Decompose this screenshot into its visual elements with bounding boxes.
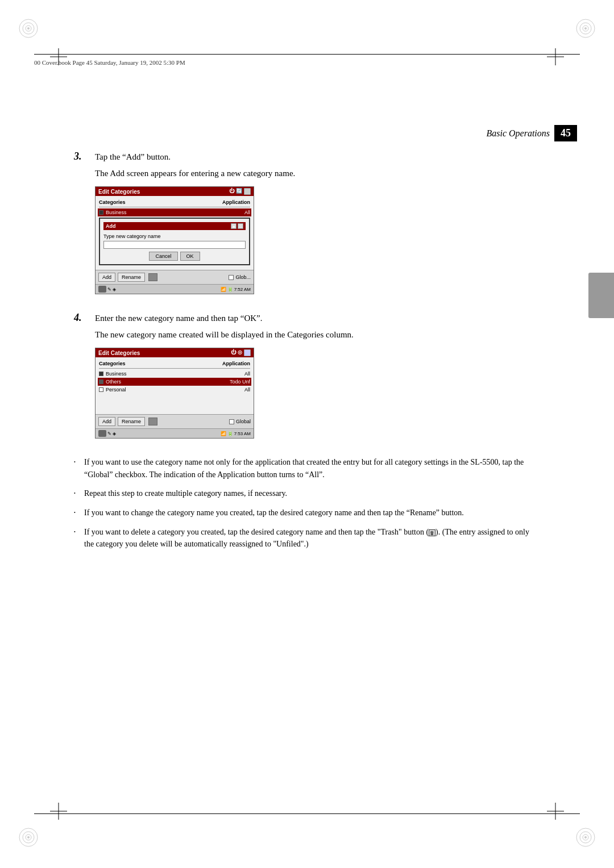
header-bar: 00 Cover.book Page 45 Saturday, January …: [34, 54, 580, 67]
screen2-status-icon3: ◈: [113, 431, 116, 436]
screen1-status-icon3: ◈: [113, 287, 116, 292]
screen1-time: 7:52 AM: [234, 287, 251, 292]
screen2-global-checkbox[interactable]: [229, 419, 234, 424]
top-left-spiral: [17, 17, 40, 42]
screen1-table-header: Categories Application: [99, 199, 250, 207]
screen1-col-application: Application: [222, 199, 250, 205]
screen2-icon3: [244, 349, 251, 356]
top-right-spiral: [574, 17, 597, 42]
screen2-personal-value: All: [244, 387, 250, 393]
screen2-icon1: ⏻: [231, 349, 236, 356]
screen1-icon1: ⏻: [229, 188, 234, 195]
screen2-status-right-icons: 📶 🔋 7:53 AM: [221, 431, 251, 436]
step-4-title: Enter the new category name and then tap…: [95, 312, 262, 325]
screen1-status-right-icons: 📶 🔋 7:52 AM: [221, 287, 251, 292]
screen2-add-button[interactable]: Add: [98, 417, 115, 426]
screen2-others-value: Todo Unf: [230, 379, 250, 385]
screen2-titlebar-icons: ⏻ ◎: [231, 349, 251, 356]
screen1-status-icon2: ✎: [107, 287, 111, 292]
bullet-text-2: Repeat this step to create multiple cate…: [84, 487, 540, 500]
screen1-global-area: Glob...: [229, 274, 251, 280]
bottom-right-spiral: [574, 826, 597, 851]
screen2-row-others-label: Others: [99, 379, 121, 385]
bullet-dot-3: •: [74, 510, 78, 516]
step-4-number: 4.: [74, 312, 88, 324]
screen2-checkbox-others: [99, 379, 103, 384]
screen1-cancel-button[interactable]: Cancel: [149, 252, 177, 261]
screen1-trash-button[interactable]: [148, 273, 157, 281]
section-title: Basic Operations: [486, 128, 550, 139]
screen2-personal-text: Personal: [106, 387, 126, 393]
screen1-dialog-buttons: Cancel OK: [103, 252, 246, 261]
page-number: 45: [554, 125, 577, 141]
screen1-dialog-input[interactable]: [103, 241, 246, 249]
screen2-status-icon1: [98, 430, 106, 437]
bullet-text-3: If you want to change the category name …: [84, 507, 540, 519]
screenshot-1: Edit Categories ⏻ 🔄 Categories Applicati…: [95, 186, 254, 294]
screen1-col-categories: Categories: [99, 199, 126, 205]
svg-point-15: [584, 836, 587, 838]
screen2-trash-button[interactable]: [148, 418, 157, 425]
screen1-rename-button[interactable]: Rename: [118, 273, 145, 282]
screen2-row-personal: Personal All: [99, 386, 250, 394]
screen2-row-others: Others Todo Unf: [98, 378, 251, 386]
screen2-business-text: Business: [106, 371, 127, 377]
screen2-checkbox-business: [99, 372, 103, 376]
screen1-body: Categories Application Business All: [96, 196, 254, 270]
screen2-table-header: Categories Application: [99, 361, 250, 369]
screen1-row-business: Business All: [98, 208, 251, 216]
screen1-dialog-titlebar: Add ● ○: [103, 222, 246, 230]
screen1-titlebar: Edit Categories ⏻ 🔄: [96, 187, 254, 196]
screen1-status-icon1: [98, 286, 106, 293]
screen1-ok-button[interactable]: OK: [180, 252, 200, 261]
screen1-status-icon4: 📶: [221, 287, 226, 292]
bullet-dot-1: •: [74, 459, 78, 466]
screen2-body: Categories Application Business All: [96, 357, 254, 414]
screen2-col-application: Application: [222, 361, 250, 366]
step-4-header: 4. Enter the new category name and then …: [74, 312, 540, 325]
screen1-title: Edit Categories: [98, 189, 140, 195]
screen1-business-text: Business: [106, 210, 127, 215]
screen2-empty-space: [99, 394, 250, 411]
side-tab: [588, 273, 614, 318]
screen2-titlebar: Edit Categories ⏻ ◎: [96, 348, 254, 357]
screen2-global-area: Global: [229, 419, 251, 424]
screen1-dialog-title: Add: [106, 223, 116, 229]
screen2-col-categories: Categories: [99, 361, 126, 366]
screen1-checkbox-business: [99, 210, 103, 215]
trash-icon-inline: 🗑: [429, 529, 435, 536]
device-screen-2: Edit Categories ⏻ ◎ Categories Applicati…: [95, 348, 254, 439]
screen2-others-text: Others: [106, 379, 121, 385]
screen1-global-checkbox[interactable]: [229, 275, 234, 280]
screen1-dialog-close1[interactable]: ●: [231, 223, 237, 229]
bottom-left-spiral: [17, 826, 40, 851]
step-3-title: Tap the “Add” button.: [95, 151, 171, 164]
screen2-time: 7:53 AM: [234, 431, 251, 436]
bullet-item-2: • Repeat this step to create multiple ca…: [74, 487, 540, 500]
step-4-subtitle: The new category name created will be di…: [95, 328, 540, 341]
screen1-dialog-close2[interactable]: ○: [238, 223, 243, 229]
svg-point-3: [27, 27, 30, 30]
screen2-row-business: Business All: [99, 370, 250, 378]
screen2-title: Edit Categories: [98, 350, 140, 356]
screen2-global-label: Global: [236, 419, 251, 424]
screen1-status-icon5: 🔋: [227, 287, 233, 292]
screen1-icon3: [244, 188, 251, 195]
screen1-row-business-label: Business: [99, 210, 127, 215]
screen2-rename-button[interactable]: Rename: [118, 417, 145, 426]
screen1-add-button[interactable]: Add: [98, 273, 115, 282]
bullet-item-3: • If you want to change the category nam…: [74, 507, 540, 519]
screen2-icon2: ◎: [238, 349, 242, 356]
step-3-subtitle: The Add screen appears for entering a ne…: [95, 167, 540, 180]
page-header: Basic Operations 45: [486, 125, 577, 141]
screen2-statusbar: ✎ ◈ 📶 🔋 7:53 AM: [96, 428, 254, 438]
svg-point-7: [584, 27, 587, 30]
svg-point-11: [27, 836, 30, 838]
bullet-text-1: If you want to use the category name not…: [84, 456, 540, 481]
screen2-status-icon5: 🔋: [227, 431, 233, 436]
screen1-icon2: 🔄: [236, 188, 242, 195]
screen2-business-value: All: [244, 371, 250, 377]
bullet-dot-2: •: [74, 490, 78, 497]
screen1-global-label: Glob...: [235, 274, 251, 280]
screen1-dialog-prompt: Type new category name: [103, 233, 246, 239]
